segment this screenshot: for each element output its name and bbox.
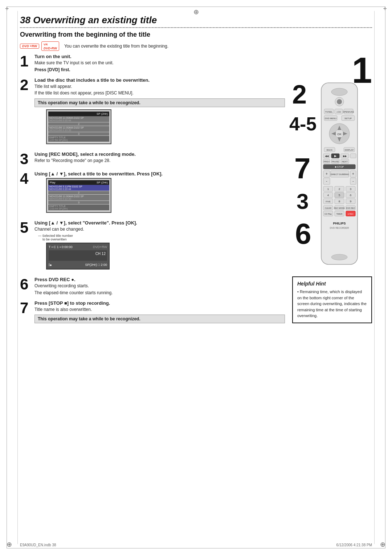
footer-left: E9A90UD_EN.indb 38	[20, 543, 56, 547]
step-6-extra: The elapsed-time counter starts running.	[34, 290, 285, 296]
screen1-item-4: 3	[48, 132, 109, 135]
ow-icons: T ▪ C 1 ▪ 0:00:00	[49, 245, 73, 249]
svg-text:-: -	[326, 179, 327, 183]
step-7-title: Press [STOP ■] to stop recording.	[34, 300, 285, 306]
svg-text:DISPLAY: DISPLAY	[345, 149, 354, 151]
step-3: 3 Using [REC MODE], select a recording m…	[20, 151, 285, 167]
step-1-bold: Press [DVD] first.	[34, 67, 285, 73]
ow-screen-footer: I● SP(2Hr) □ 2:00	[49, 263, 107, 267]
svg-text:OPEN/USE: OPEN/USE	[343, 111, 354, 113]
screen2-item-4: 3	[48, 201, 109, 204]
ow-dvd-rw-label: DVD+RW	[93, 245, 107, 249]
svg-text:▶: ▶	[334, 154, 337, 158]
svg-text:DVD RECORDER: DVD RECORDER	[330, 227, 349, 229]
chapter-title-text: Overwriting an existing title	[33, 15, 157, 25]
svg-text:PHILIPS: PHILIPS	[333, 222, 346, 225]
step-3-title: Using [REC MODE], select a recording mod…	[34, 151, 285, 157]
svg-text:2: 2	[339, 187, 340, 191]
step-6-body: Overwriting recording starts.	[34, 283, 285, 289]
step-6-title: Press DVD REC ●.	[34, 277, 285, 282]
screen2-sp-label: SP (2Hr)	[97, 181, 108, 184]
right-num-2: 2	[292, 83, 307, 106]
warning-box-1: This operation may take a while to be re…	[34, 98, 285, 107]
svg-text:● REC: ● REC	[348, 213, 354, 215]
step-4-title: Using [▲ / ▼], select a title to be over…	[34, 171, 285, 177]
svg-text:DVD REC: DVD REC	[346, 207, 355, 209]
callout-selected: — Selected title number	[38, 234, 73, 238]
warning-box-2: This operation may take a while to be re…	[34, 315, 285, 323]
step-4: 4 Using [▲ / ▼], select a title to be ov…	[20, 171, 285, 216]
remote-control-wrap: 2 4-5 7 3 6	[310, 79, 372, 269]
badge-dvd-vr-rw: VR DVD-RW	[41, 41, 59, 51]
svg-text:◀◀: ◀◀	[325, 155, 329, 157]
footer-right: 6/12/2006 4:21:38 PM	[336, 543, 372, 547]
svg-text:BACK: BACK	[327, 149, 332, 151]
main-two-col: 1 Turn on the unit. Make sure the TV inp…	[20, 54, 372, 330]
section-title: Overwriting from the beginning of the ti…	[20, 31, 372, 39]
margin-right	[374, 11, 375, 544]
screen1-sp-label: SP (2Hr)	[97, 112, 108, 116]
step-5-content: Using [▲ / ▼], select "Overwrite". Press…	[34, 220, 285, 272]
intro-text: You can overwrite the existing title fro…	[64, 44, 168, 49]
svg-text:SETUP: SETUP	[344, 117, 352, 119]
step-4-content: Using [▲ / ▼], select a title to be over…	[34, 171, 285, 216]
svg-text:TV/SEL: TV/SEL	[325, 111, 333, 113]
screen2-empty-title: EMPTY TITLE 1:03:44 SP(2Hr)	[48, 204, 109, 210]
svg-text:FIVE: FIVE	[326, 200, 330, 203]
svg-text:+: +	[352, 172, 354, 176]
ow-screen-header: T ▪ C 1 ▪ 0:00:00 DVD+RW	[49, 245, 107, 249]
svg-text:CLEAR: CLEAR	[325, 207, 331, 209]
page-footer: E9A90UD_EN.indb 38 6/12/2006 4:21:38 PM	[20, 543, 372, 547]
step-5-body: Channel can be changed.	[34, 226, 285, 232]
step-6-content: Press DVD REC ●. Overwriting recording s…	[34, 277, 285, 296]
hint-text: Remaining time, which is displayed on th…	[297, 289, 367, 318]
dotted-divider	[20, 27, 372, 28]
ow-rec-icon: I●	[49, 263, 52, 267]
left-column: 1 Turn on the unit. Make sure the TV inp…	[20, 54, 285, 330]
remote-svg: TV/SEL +CH OPEN/USE DVD MENU SETUP O	[310, 79, 368, 268]
screen2-item-selected: NOV/21/06 5:11PM D102 SP NOV/21/06 0:20:…	[48, 185, 109, 191]
svg-text:▶▶: ▶▶	[343, 155, 347, 157]
svg-text:6: 6	[350, 194, 352, 197]
svg-point-1	[331, 88, 347, 96]
svg-text:+CH: +CH	[336, 111, 341, 113]
step-6-number: 6	[20, 277, 31, 292]
step-3-content: Using [REC MODE], select a recording mod…	[34, 151, 285, 164]
step-2-extra: If the title list does not appear, press…	[34, 90, 285, 96]
svg-text:REC MODE: REC MODE	[334, 207, 345, 209]
svg-text:3: 3	[350, 187, 352, 191]
svg-text:OK: OK	[337, 133, 342, 136]
chapter-number: 38	[20, 15, 30, 25]
svg-text:4: 4	[327, 194, 329, 197]
step-5-number: 5	[20, 220, 31, 235]
step-5: 5 Using [▲ / ▼], select "Overwrite". Pre…	[20, 220, 285, 272]
callout-overwritten: to be overwritten	[42, 238, 73, 241]
svg-text:5: 5	[339, 194, 340, 197]
margin-left	[17, 11, 18, 544]
step-3-body: Refer to "Recording mode" on page 28.	[34, 158, 285, 164]
right-column: 1 2 4-5 7 3 6	[292, 54, 372, 330]
screen1-item-3: NOV/21/06 11:00AM-D102 SP NOV/21/06 0:10…	[48, 126, 109, 132]
hint-title: Helpful Hint	[297, 281, 367, 287]
overwrite-screen: T ▪ C 1 ▪ 0:00:00 DVD+RW CH 12 I● SP(2Hr…	[46, 243, 110, 270]
svg-text:PREV: PREV	[324, 161, 330, 163]
step-7: 7 Press [STOP ■] to stop recording. Titl…	[20, 300, 285, 326]
step-4-number: 4	[20, 171, 31, 186]
svg-text:1: 1	[327, 187, 329, 191]
ow-channel: CH 12	[50, 252, 106, 256]
badge-dvd-plus-rw: DVD+RW	[20, 44, 39, 49]
step-2-title: Load the disc that includes a title to b…	[34, 77, 285, 83]
step-1-number: 1	[20, 54, 31, 69]
svg-text:PAUSE: PAUSE	[332, 161, 339, 163]
svg-point-82	[331, 254, 347, 260]
step-5-title: Using [▲ / ▼], select "Overwrite". Press…	[34, 220, 285, 226]
screen2-item-3: NOV/21/06 11:00AM-D102 SP NOV/21/06 0:10…	[48, 195, 109, 200]
step-1-title: Turn on the unit.	[34, 54, 285, 59]
callout-text-block: — Selected title number to be overwritte…	[38, 234, 73, 241]
screen2-item-2: 2	[48, 191, 109, 194]
screen-mockup-1: SP (2Hr) NOV/21/06 11:00AM-D102 SP NOV/2…	[46, 109, 111, 144]
badges-row: DVD+RW VR DVD-RW You can overwrite the e…	[20, 41, 372, 51]
step-2-content: Load the disc that includes a title to b…	[34, 77, 285, 147]
ow-sp-time: SP(2Hr) □ 2:00	[85, 263, 107, 267]
svg-point-3	[337, 99, 342, 104]
